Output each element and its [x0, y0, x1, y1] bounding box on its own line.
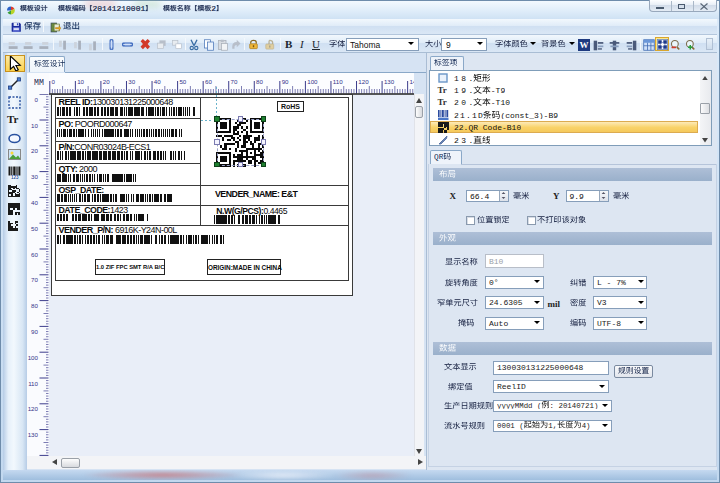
svg-text:80: 80	[256, 78, 263, 85]
svg-text:-T10: -T10	[490, 98, 509, 107]
svg-text:123: 123	[11, 175, 19, 179]
svg-text:18.: 18.	[454, 74, 473, 83]
svg-text:MM: MM	[34, 79, 44, 86]
svg-text:120: 120	[358, 78, 369, 85]
svg-text:10: 10	[77, 78, 84, 85]
svg-text:30: 30	[31, 173, 38, 180]
svg-text:100: 100	[307, 78, 318, 85]
svg-text:90: 90	[31, 327, 38, 334]
svg-text:40: 40	[154, 78, 161, 85]
svg-text:19.: 19.	[454, 86, 473, 95]
svg-text:90: 90	[282, 78, 289, 85]
svg-text:QR: QR	[434, 153, 444, 161]
svg-text:20.: 20.	[454, 98, 473, 107]
svg-text:yyyyMMdd (: yyyyMMdd (	[497, 402, 541, 410]
svg-text:140: 140	[409, 78, 414, 85]
svg-text:60: 60	[31, 250, 38, 257]
svg-text:100: 100	[28, 353, 39, 360]
svg-text:: 20140721): : 20140721)	[550, 402, 599, 410]
svg-text:20141210001: 20141210001	[93, 5, 146, 12]
svg-text:70: 70	[231, 78, 238, 85]
svg-text:1,: 1,	[548, 422, 557, 430]
svg-text:20: 20	[103, 78, 110, 85]
svg-text:110: 110	[28, 379, 38, 386]
svg-text:22.QR Code-B10: 22.QR Code-B10	[454, 123, 521, 132]
svg-text:20: 20	[31, 147, 38, 154]
svg-text:130: 130	[28, 431, 39, 438]
svg-text:0: 0	[35, 95, 39, 102]
svg-text:50: 50	[31, 224, 38, 231]
svg-text:(const_3)-B9: (const_3)-B9	[500, 111, 558, 120]
svg-text:10: 10	[31, 121, 38, 128]
svg-text:130: 130	[384, 78, 395, 85]
svg-text:80: 80	[31, 302, 38, 309]
svg-text:120: 120	[28, 405, 39, 412]
svg-text:40: 40	[31, 198, 38, 205]
svg-text:30: 30	[128, 78, 135, 85]
svg-text:4): 4)	[582, 422, 591, 430]
svg-text:0001 (: 0001 (	[497, 422, 524, 430]
svg-text:70: 70	[31, 276, 38, 283]
svg-text:0: 0	[52, 78, 56, 85]
svg-text:110: 110	[333, 78, 343, 85]
svg-text:21.1D: 21.1D	[454, 111, 483, 120]
svg-text:23.: 23.	[454, 136, 473, 145]
svg-text:50: 50	[179, 78, 186, 85]
svg-text:2: 2	[211, 5, 216, 12]
svg-text:-T9: -T9	[490, 86, 504, 95]
svg-text:60: 60	[205, 78, 212, 85]
